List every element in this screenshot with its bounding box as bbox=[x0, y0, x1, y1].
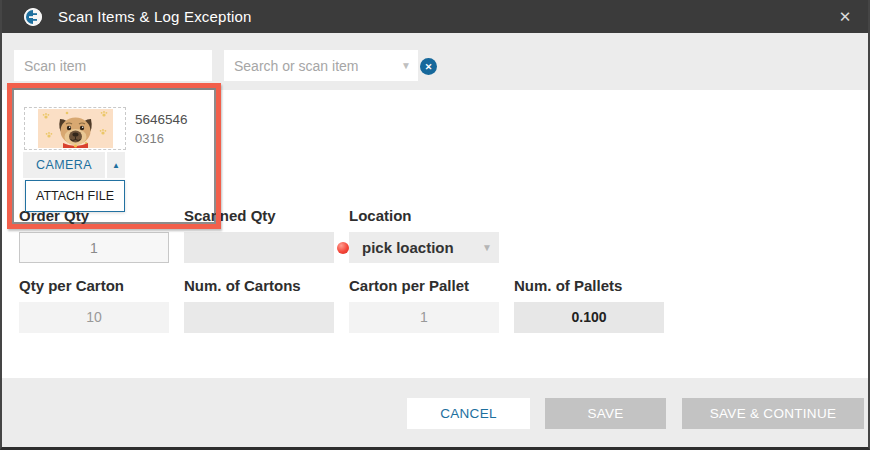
num-of-cartons-label: Num. of Cartons bbox=[184, 277, 301, 294]
app-logo-icon bbox=[24, 8, 42, 26]
dialog-footer: CANCEL SAVE SAVE & CONTINUE bbox=[2, 378, 868, 447]
window-title: Scan Items & Log Exception bbox=[58, 8, 252, 25]
item-code: 5646546 bbox=[135, 112, 188, 127]
cancel-button[interactable]: CANCEL bbox=[407, 398, 530, 429]
required-marker-dot bbox=[337, 242, 349, 254]
scan-item-input[interactable] bbox=[14, 50, 212, 81]
num-of-pallets-field[interactable]: 0.100 bbox=[514, 302, 664, 333]
chevron-up-icon: ▲ bbox=[112, 161, 120, 170]
search-combo-placeholder: Search or scan item bbox=[224, 58, 394, 74]
location-select[interactable]: pick loaction ▼ bbox=[349, 232, 499, 263]
search-item-combobox[interactable]: Search or scan item ▼ bbox=[224, 50, 418, 81]
save-button[interactable]: SAVE bbox=[545, 398, 666, 429]
scanned-qty-field[interactable] bbox=[184, 232, 334, 263]
attach-file-menu-item[interactable]: ATTACH FILE bbox=[25, 180, 125, 212]
item-code-secondary: 0316 bbox=[135, 131, 164, 146]
chevron-down-icon[interactable]: ▼ bbox=[475, 242, 499, 253]
dialog-window: Scan Items & Log Exception ✕ Search or s… bbox=[0, 0, 870, 450]
qty-per-carton-label: Qty per Carton bbox=[19, 277, 124, 294]
carton-per-pallet-field[interactable]: 1 bbox=[349, 302, 499, 333]
pug-image bbox=[38, 109, 113, 148]
chevron-down-icon[interactable]: ▼ bbox=[394, 60, 418, 71]
location-value: pick loaction bbox=[349, 239, 475, 256]
scanned-qty-label: Scanned Qty bbox=[184, 207, 276, 224]
num-of-pallets-label: Num. of Pallets bbox=[514, 277, 622, 294]
scan-toolbar: Search or scan item ▼ ✕ bbox=[2, 33, 868, 90]
qty-per-carton-field[interactable]: 10 bbox=[19, 302, 169, 333]
titlebar: Scan Items & Log Exception ✕ bbox=[2, 0, 868, 33]
save-and-continue-button[interactable]: SAVE & CONTINUE bbox=[682, 398, 864, 429]
num-of-cartons-field[interactable] bbox=[184, 302, 334, 333]
clear-search-button[interactable]: ✕ bbox=[420, 58, 437, 75]
close-button[interactable]: ✕ bbox=[822, 0, 868, 33]
camera-dropdown-toggle[interactable]: ▲ bbox=[107, 152, 125, 178]
location-label: Location bbox=[349, 207, 412, 224]
order-qty-field[interactable]: 1 bbox=[19, 232, 169, 263]
camera-button[interactable]: CAMERA bbox=[23, 152, 105, 178]
item-photo-thumbnail bbox=[24, 107, 126, 150]
carton-per-pallet-label: Carton per Pallet bbox=[349, 277, 469, 294]
